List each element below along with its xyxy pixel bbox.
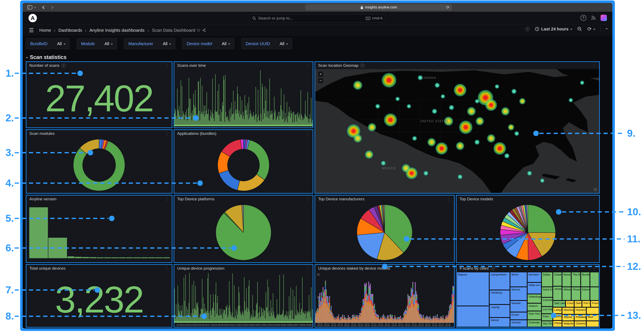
treemap-cell[interactable] [586,321,599,327]
breadcrumb-item[interactable]: Home [39,28,51,33]
heatmap-blob [432,109,437,114]
reload-icon[interactable]: ⟳ [446,5,450,10]
panel-menu-icon[interactable]: ⋮ [306,197,310,201]
treemap-cell[interactable]: Essen [510,312,527,320]
menu-icon[interactable]: ☰ [29,27,34,34]
treemap-cell[interactable]: Hamburg [489,290,510,304]
treemap-cell[interactable]: Detroit [489,317,510,327]
panel-menu-icon[interactable]: ⋮ [164,63,169,68]
treemap-cell[interactable]: Munich [562,272,571,287]
treemap-cell[interactable] [456,306,489,327]
forward-button[interactable] [50,6,53,9]
treemap-cell[interactable]: Fresno [590,300,599,307]
panel-menu-icon[interactable]: ⋮ [306,266,310,270]
map-zoom-out-button[interactable]: − [318,78,324,84]
url-bar[interactable]: insights.anyline.com ⟳ [305,4,452,11]
treemap-cell[interactable]: New York [527,311,542,320]
time-range-picker[interactable]: Last 24 hours [535,27,572,32]
treemap-cell[interactable]: Phoenix [571,287,580,301]
x-axis-tick: 08/14 08:00 [344,321,351,326]
treemap-cell[interactable]: Maputo [456,272,489,306]
map-zoom-in-button[interactable]: + [318,71,324,77]
treemap-cell[interactable]: Vailly-sur-Aisne [527,282,542,294]
treemap-cell[interactable]: Los Angeles [542,307,553,314]
help-icon[interactable]: ? [580,15,586,21]
filter-label-button[interactable]: Manufacturer [124,38,158,49]
treemap-cell[interactable] [590,272,599,287]
treemap-cell[interactable]: Salt Lake City [553,300,566,307]
refresh-button[interactable]: ⟳ [588,26,595,32]
section-header[interactable]: Scan statistics [26,54,66,60]
treemap-cell[interactable]: Walpole [562,321,574,327]
treemap-cell[interactable]: Denver [510,287,527,301]
sidebar-chevron-icon[interactable] [34,7,36,8]
heatmap-blob [436,142,448,154]
info-icon[interactable]: i [360,64,364,68]
dashboard-info-icon[interactable]: i [526,27,530,31]
treemap-cell[interactable]: Johannesburg [553,286,562,300]
avatar[interactable] [600,15,607,21]
treemap-cell[interactable]: Berlin [510,272,527,287]
heatmap-blob [580,80,584,85]
treemap-cell[interactable]: Abu Dhabi [542,321,553,327]
panel-menu-icon[interactable]: ⋮ [164,266,169,270]
treemap-cell[interactable]: Washington [562,307,574,314]
treemap-cell[interactable]: Antioch [527,303,542,311]
treemap-cell[interactable] [590,287,599,301]
treemap-cell[interactable]: Pittsburgh [553,320,562,327]
collapse-icon[interactable] [606,28,608,30]
share-icon[interactable] [202,28,206,32]
panel-menu-icon[interactable]: ⋮ [306,131,310,136]
search-input[interactable]: Search or jump to... cmd+k [250,14,386,22]
treemap-cell[interactable]: Milwaukee [562,287,571,301]
back-button[interactable] [43,6,45,9]
info-icon[interactable]: i [62,64,66,68]
zoom-out-icon[interactable] [577,27,582,31]
treemap-cell[interactable]: Dubai [553,272,562,286]
treemap-cell[interactable]: Vlaardingen [527,294,542,303]
panel-menu-icon[interactable]: ⋮ [306,63,310,68]
treemap-cell[interactable]: Columbia [566,300,574,307]
filter-value-button[interactable]: All [275,38,292,49]
map-attribution-icon[interactable]: i [593,188,598,192]
treemap-cell[interactable]: Houston [574,307,586,314]
treemap-cell[interactable]: Columbus [542,297,553,307]
treemap-cell[interactable]: Saint-Cloud [542,287,553,297]
sidebar-toggle-icon[interactable] [27,5,32,10]
panel-menu-icon[interactable]: ⋮ [164,131,169,136]
treemap-cell[interactable]: Brooklyn [581,272,590,287]
filter-label-button[interactable]: Device UUID [241,38,274,49]
breadcrumb-item[interactable]: Anyline Insights dashboards [90,28,145,33]
filter-value-button[interactable]: All [158,38,175,49]
treemap-cell[interactable]: Centreville [574,321,586,327]
treemap-cell[interactable]: Charlotte [527,320,542,327]
filter-value-button[interactable]: All [218,38,234,49]
treemap-cell[interactable]: The Bronx [571,272,580,287]
breadcrumb-item[interactable]: Scan Data Dashboard [152,28,195,33]
panel-menu-icon[interactable]: ⋮ [592,197,596,201]
treemap-cell[interactable]: Fort Lee [582,300,590,307]
filter-value-button[interactable]: All [53,38,70,49]
panel-menu-icon[interactable]: ⋮ [592,63,596,68]
treemap-cell[interactable]: DeKalb [574,300,582,307]
filter-label-button[interactable]: Device model [182,38,216,49]
panel-menu-icon[interactable]: ⋮ [447,197,451,201]
breadcrumb-item[interactable]: Dashboards [58,28,82,33]
filter-value-button[interactable]: All [100,38,117,49]
treemap-cell[interactable]: Edmonton [581,287,590,301]
filter-label-button[interactable]: BundleID [26,38,52,49]
filter-label-button[interactable]: Module [77,38,100,49]
treemap-cell[interactable]: Amman [510,320,527,327]
star-icon[interactable]: ☆ [196,28,201,33]
rss-icon[interactable] [591,15,596,20]
panel-menu-icon[interactable]: ⋮ [164,197,169,201]
treemap-cell[interactable]: Dornbirn [527,272,542,282]
anyline-logo[interactable]: A [28,14,37,22]
x-axis-tick: 07:00 [296,323,302,326]
treemap-cell[interactable]: Lampertheim [489,272,510,290]
treemap-cell[interactable]: Newark [510,300,527,312]
treemap-cell[interactable] [586,307,599,314]
x-axis-tick: 08/17 00:00 [398,321,405,326]
treemap-cell[interactable]: Leipzig [489,304,510,318]
treemap-cell[interactable]: Dallas [542,272,553,287]
